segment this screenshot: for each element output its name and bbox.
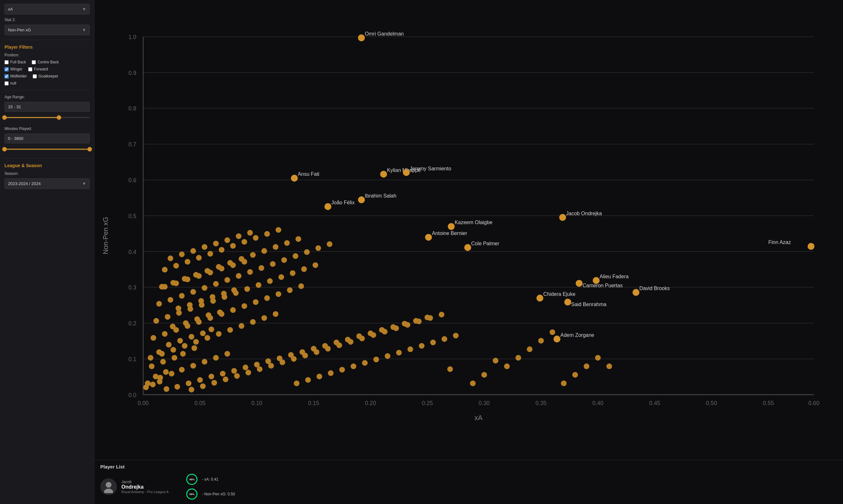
svg-point-133 <box>225 277 230 283</box>
label-benrahma: Said Benrahma <box>571 302 606 307</box>
svg-point-116 <box>199 302 205 308</box>
svg-point-78 <box>247 230 253 236</box>
svg-point-50 <box>200 330 205 336</box>
point-azaz[interactable] <box>807 243 814 250</box>
point-sarmiento[interactable] <box>403 169 410 176</box>
svg-point-103 <box>208 315 213 321</box>
svg-point-217 <box>294 380 300 386</box>
svg-point-138 <box>281 257 287 263</box>
winger-label: Winger <box>10 67 22 71</box>
svg-point-152 <box>261 248 267 254</box>
point-mbappe[interactable] <box>380 171 387 177</box>
minutes-track <box>4 149 90 150</box>
svg-point-237 <box>515 355 521 361</box>
position-row-2: Winger Forward <box>4 67 90 71</box>
stat1-dropdown[interactable]: xA ▼ <box>4 4 90 14</box>
svg-point-91 <box>205 335 211 341</box>
point-ejuke[interactable] <box>537 294 543 301</box>
point-puertas[interactable] <box>576 280 582 287</box>
svg-point-157 <box>173 263 179 269</box>
point-olaigbe[interactable] <box>448 223 454 230</box>
svg-point-124 <box>290 270 295 276</box>
point-salah[interactable] <box>358 196 365 203</box>
age-thumb-max[interactable] <box>57 115 61 120</box>
svg-point-156 <box>162 267 168 272</box>
svg-point-86 <box>148 355 154 361</box>
scatter-plot: Non-Pen xG xA 0.0 0.1 0.2 0.3 0.4 0.5 0.… <box>98 3 837 456</box>
centre-back-label: Centre Back <box>37 60 59 65</box>
svg-point-228 <box>419 343 425 349</box>
stat2-section: Stat 2: Non-Pen xG ▼ <box>4 18 90 35</box>
svg-text:0.7: 0.7 <box>128 141 137 148</box>
point-bernier[interactable] <box>425 234 432 240</box>
player-card: Jacob Ondrejka Royal Antwerp - Pro Leagu… <box>100 473 837 500</box>
svg-point-229 <box>430 340 436 345</box>
player-avatar <box>100 479 117 495</box>
svg-point-201 <box>268 363 274 368</box>
svg-point-224 <box>374 357 379 362</box>
svg-point-88 <box>171 347 176 353</box>
point-omri[interactable] <box>358 35 365 41</box>
svg-text:0.5: 0.5 <box>128 213 137 219</box>
checkbox-centre-back[interactable]: Centre Back <box>32 60 59 65</box>
point-brooks[interactable] <box>632 289 639 296</box>
svg-point-208 <box>348 339 354 345</box>
svg-text:0.60: 0.60 <box>808 400 820 406</box>
checkbox-winger[interactable]: Winger <box>4 67 22 71</box>
svg-text:1.0: 1.0 <box>128 34 137 40</box>
svg-point-47 <box>166 342 172 348</box>
svg-point-140 <box>304 249 310 255</box>
stat-pct-npxg: 99% <box>189 493 194 496</box>
svg-point-155 <box>295 236 301 242</box>
point-palmer[interactable] <box>464 244 471 251</box>
svg-point-168 <box>150 382 156 388</box>
checkbox-full-back[interactable]: Full Back <box>4 60 26 65</box>
minutes-slider[interactable] <box>4 146 90 152</box>
label-fadera: Alieu Fadera <box>599 274 629 279</box>
stat2-dropdown[interactable]: Non-Pen xG ▼ <box>4 25 90 35</box>
svg-text:0.35: 0.35 <box>536 400 547 406</box>
checkbox-forward[interactable]: Forward <box>28 67 48 71</box>
point-benrahma[interactable] <box>564 299 571 305</box>
player-first-name: Jacob <box>121 480 168 484</box>
svg-point-198 <box>234 373 240 379</box>
svg-point-72 <box>179 251 185 257</box>
label-fati: Ansu Fati <box>298 171 319 177</box>
svg-point-225 <box>385 353 391 359</box>
checkbox-midfielder[interactable]: Midfielder <box>4 74 27 78</box>
point-ondrejka[interactable] <box>559 214 566 221</box>
point-felix[interactable] <box>324 203 331 210</box>
full-back-label: Full Back <box>10 60 26 65</box>
league-title: League & Season <box>4 163 90 168</box>
svg-point-118 <box>222 294 228 300</box>
minutes-thumb-min[interactable] <box>2 147 7 151</box>
minutes-thumb-max[interactable] <box>87 147 92 151</box>
stat2-value: Non-Pen xG <box>8 28 31 32</box>
checkbox-null[interactable]: null <box>4 81 16 86</box>
svg-point-195 <box>200 383 205 389</box>
svg-point-113 <box>165 314 171 320</box>
svg-point-102 <box>196 319 202 325</box>
svg-point-209 <box>359 336 365 341</box>
svg-point-205 <box>313 349 319 355</box>
checkbox-goalkeeper[interactable]: Goalkeeper <box>33 74 58 78</box>
age-range-display: 15 - 31 <box>4 102 90 112</box>
svg-point-149 <box>228 260 233 266</box>
svg-point-137 <box>270 261 276 267</box>
svg-text:0.4: 0.4 <box>128 249 137 255</box>
season-dropdown[interactable]: 2023-2024 / 2024 ▼ <box>4 178 90 189</box>
svg-text:0.55: 0.55 <box>763 400 774 406</box>
point-fati[interactable] <box>291 175 298 182</box>
svg-point-139 <box>293 253 299 259</box>
svg-point-104 <box>219 311 225 317</box>
null-label: null <box>10 81 16 86</box>
label-ejuke: Chidera Ejuke <box>543 291 575 297</box>
age-thumb-min[interactable] <box>2 115 7 120</box>
point-zorgane[interactable] <box>554 336 560 342</box>
age-range-slider[interactable] <box>4 114 90 121</box>
svg-point-197 <box>222 377 228 382</box>
svg-point-238 <box>527 346 533 352</box>
svg-point-92 <box>216 331 222 337</box>
svg-point-49 <box>189 334 194 340</box>
svg-point-235 <box>481 372 487 378</box>
